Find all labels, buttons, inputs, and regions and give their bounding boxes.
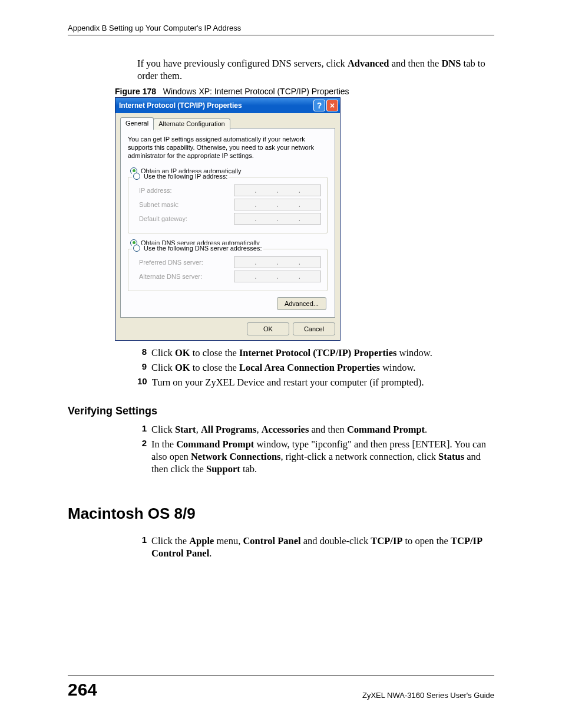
step-number: 9 <box>137 361 147 374</box>
ip-group: Use the following IP address: IP address… <box>128 177 328 233</box>
steps-after-figure: 8 Click OK to close the Internet Protoco… <box>137 347 494 388</box>
tab-alternate-configuration[interactable]: Alternate Configuration <box>153 118 230 130</box>
dialog-titlebar[interactable]: Internet Protocol (TCP/IP) Properties ? … <box>115 98 340 113</box>
page-number: 264 <box>68 680 97 700</box>
radio-icon[interactable] <box>133 173 140 180</box>
radio-icon[interactable] <box>133 245 140 252</box>
preferred-dns-input: ... <box>234 256 321 268</box>
tab-general[interactable]: General <box>120 117 154 129</box>
ip-address-label: IP address: <box>134 187 234 194</box>
verify-step-1: 1 Click Start, All Programs, Accessories… <box>137 423 494 436</box>
subnet-mask-input: ... <box>234 199 321 210</box>
dns-group: Use the following DNS server addresses: … <box>128 249 328 291</box>
help-icon[interactable]: ? <box>313 100 325 111</box>
radio-use-dns-label: Use the following DNS server addresses: <box>144 245 262 252</box>
page-footer: 264 ZyXEL NWA-3160 Series User's Guide <box>68 676 494 700</box>
dialog-title: Internet Protocol (TCP/IP) Properties <box>119 101 242 110</box>
intro-bold-dns: DNS <box>441 58 461 69</box>
step-number: 10 <box>137 376 147 388</box>
close-icon[interactable]: × <box>326 100 338 111</box>
guide-name: ZyXEL NWA-3160 Series User's Guide <box>362 691 494 700</box>
step-number: 1 <box>137 423 147 436</box>
preferred-dns-label: Preferred DNS server: <box>134 259 234 266</box>
verifying-settings-heading: Verifying Settings <box>68 405 494 417</box>
step-number: 8 <box>137 347 147 359</box>
alternate-dns-input: ... <box>234 271 321 282</box>
ip-address-input: ... <box>234 185 321 196</box>
ok-button[interactable]: OK <box>247 322 289 335</box>
step-8: 8 Click OK to close the Internet Protoco… <box>137 347 494 359</box>
dialog-panel: You can get IP settings assigned automat… <box>120 128 335 317</box>
xp-properties-dialog: Internet Protocol (TCP/IP) Properties ? … <box>115 97 340 340</box>
dialog-description: You can get IP settings assigned automat… <box>128 136 328 160</box>
subnet-mask-label: Subnet mask: <box>134 201 234 208</box>
mac-steps: 1 Click the Apple menu, Control Panel an… <box>137 535 494 559</box>
cancel-button[interactable]: Cancel <box>293 322 335 335</box>
running-head: Appendix B Setting up Your Computer's IP… <box>68 24 494 35</box>
verify-steps: 1 Click Start, All Programs, Accessories… <box>137 423 494 475</box>
intro-bold-advanced: Advanced <box>348 58 389 69</box>
mac-step-1: 1 Click the Apple menu, Control Panel an… <box>137 535 494 559</box>
intro-mid: and then the <box>389 58 442 69</box>
figure-caption: Figure 178 Windows XP: Internet Protocol… <box>115 87 494 96</box>
step-10-text: Turn on your ZyXEL Device and restart yo… <box>152 376 424 388</box>
step-9: 9 Click OK to close the Local Area Conne… <box>137 361 494 374</box>
verify-step-2: 2 In the Command Prompt window, type "ip… <box>137 438 494 475</box>
radio-use-ip-row[interactable]: Use the following IP address: <box>132 173 229 180</box>
default-gateway-input: ... <box>234 213 321 225</box>
step-number: 1 <box>137 535 147 559</box>
default-gateway-label: Default gateway: <box>134 215 234 222</box>
intro-prefix: If you have previously configured DNS se… <box>137 58 348 69</box>
step-10: 10 Turn on your ZyXEL Device and restart… <box>137 376 494 388</box>
radio-use-dns-row[interactable]: Use the following DNS server addresses: <box>132 245 263 252</box>
figure-number: Figure 178 <box>115 87 156 96</box>
radio-use-ip-label: Use the following IP address: <box>144 173 227 180</box>
advanced-button[interactable]: Advanced... <box>277 297 326 310</box>
macintosh-heading: Macintosh OS 8/9 <box>68 505 494 523</box>
intro-paragraph: If you have previously configured DNS se… <box>137 58 494 82</box>
alternate-dns-label: Alternate DNS server: <box>134 273 234 280</box>
dialog-tabs: General Alternate Configuration <box>120 117 335 129</box>
figure-title: Windows XP: Internet Protocol (TCP/IP) P… <box>163 87 349 96</box>
step-number: 2 <box>137 438 147 475</box>
